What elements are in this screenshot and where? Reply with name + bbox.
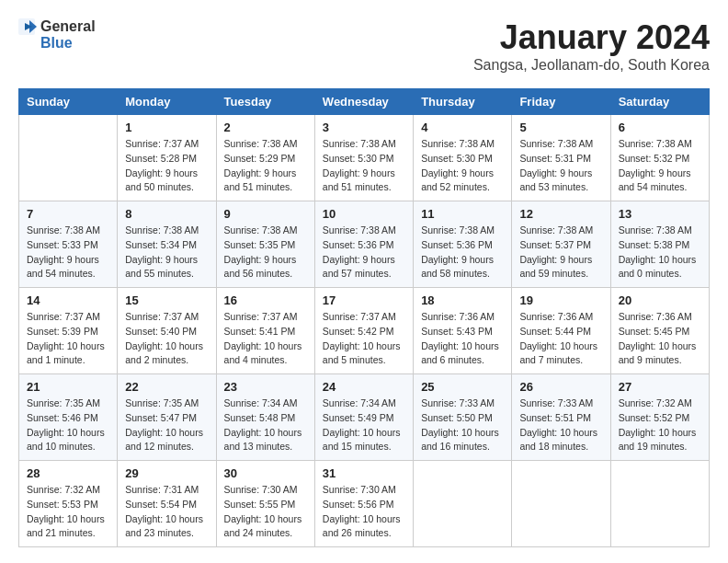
calendar-table: SundayMondayTuesdayWednesdayThursdayFrid… <box>18 88 710 547</box>
day-info: Sunrise: 7:37 AMSunset: 5:40 PMDaylight:… <box>125 310 208 368</box>
calendar-cell <box>512 461 610 547</box>
day-number: 11 <box>421 207 504 221</box>
day-number: 28 <box>27 466 109 480</box>
header-sunday: Sunday <box>19 89 118 115</box>
logo-graphic <box>18 18 39 35</box>
day-number: 3 <box>323 121 405 134</box>
day-info: Sunrise: 7:38 AMSunset: 5:35 PMDaylight:… <box>224 224 307 282</box>
calendar-cell: 24Sunrise: 7:34 AMSunset: 5:49 PMDayligh… <box>314 374 413 461</box>
calendar-cell: 6Sunrise: 7:38 AMSunset: 5:32 PMDaylight… <box>610 115 709 201</box>
day-number: 6 <box>619 121 701 134</box>
location-title: Sangsa, Jeollanam-do, South Korea <box>473 57 710 74</box>
calendar-cell: 2Sunrise: 7:38 AMSunset: 5:29 PMDaylight… <box>216 115 314 201</box>
calendar-cell: 4Sunrise: 7:38 AMSunset: 5:30 PMDaylight… <box>414 115 512 201</box>
calendar-week-row: 7Sunrise: 7:38 AMSunset: 5:33 PMDaylight… <box>19 201 710 288</box>
day-number: 17 <box>323 293 405 307</box>
day-number: 20 <box>619 293 701 307</box>
page-header: General Blue January 2024 Sangsa, Jeolla… <box>18 18 710 74</box>
day-number: 23 <box>224 380 307 394</box>
logo: General Blue <box>18 18 96 52</box>
day-number: 22 <box>125 380 208 394</box>
calendar-cell: 18Sunrise: 7:36 AMSunset: 5:43 PMDayligh… <box>414 288 512 374</box>
day-info: Sunrise: 7:38 AMSunset: 5:30 PMDaylight:… <box>421 137 504 195</box>
day-number: 18 <box>421 293 504 307</box>
calendar-cell: 28Sunrise: 7:32 AMSunset: 5:53 PMDayligh… <box>19 461 118 547</box>
header-thursday: Thursday <box>414 89 512 115</box>
day-number: 31 <box>323 466 405 480</box>
month-title: January 2024 <box>473 18 710 57</box>
day-info: Sunrise: 7:36 AMSunset: 5:43 PMDaylight:… <box>421 310 504 368</box>
calendar-cell: 23Sunrise: 7:34 AMSunset: 5:48 PMDayligh… <box>216 374 314 461</box>
calendar-cell: 26Sunrise: 7:33 AMSunset: 5:51 PMDayligh… <box>512 374 610 461</box>
day-info: Sunrise: 7:38 AMSunset: 5:30 PMDaylight:… <box>323 137 405 195</box>
header-friday: Friday <box>512 89 610 115</box>
day-number: 19 <box>519 293 602 307</box>
day-info: Sunrise: 7:38 AMSunset: 5:29 PMDaylight:… <box>224 137 307 195</box>
calendar-week-row: 28Sunrise: 7:32 AMSunset: 5:53 PMDayligh… <box>19 461 710 547</box>
calendar-cell: 11Sunrise: 7:38 AMSunset: 5:36 PMDayligh… <box>414 201 512 288</box>
day-number: 16 <box>224 293 307 307</box>
day-info: Sunrise: 7:33 AMSunset: 5:51 PMDaylight:… <box>519 396 602 454</box>
day-info: Sunrise: 7:35 AMSunset: 5:46 PMDaylight:… <box>27 396 109 454</box>
day-info: Sunrise: 7:34 AMSunset: 5:48 PMDaylight:… <box>224 396 307 454</box>
day-number: 7 <box>27 207 109 221</box>
calendar-cell <box>610 461 709 547</box>
header-saturday: Saturday <box>610 89 709 115</box>
day-number: 27 <box>619 380 701 394</box>
calendar-cell: 14Sunrise: 7:37 AMSunset: 5:39 PMDayligh… <box>19 288 118 374</box>
calendar-cell: 27Sunrise: 7:32 AMSunset: 5:52 PMDayligh… <box>610 374 709 461</box>
calendar-cell: 30Sunrise: 7:30 AMSunset: 5:55 PMDayligh… <box>216 461 314 547</box>
day-info: Sunrise: 7:36 AMSunset: 5:45 PMDaylight:… <box>619 310 701 368</box>
day-number: 29 <box>125 466 208 480</box>
day-info: Sunrise: 7:37 AMSunset: 5:39 PMDaylight:… <box>27 310 109 368</box>
day-number: 4 <box>421 121 504 134</box>
day-info: Sunrise: 7:31 AMSunset: 5:54 PMDaylight:… <box>125 483 208 541</box>
day-number: 30 <box>224 466 307 480</box>
calendar-cell: 17Sunrise: 7:37 AMSunset: 5:42 PMDayligh… <box>314 288 413 374</box>
calendar-cell: 8Sunrise: 7:38 AMSunset: 5:34 PMDaylight… <box>118 201 216 288</box>
calendar-cell: 13Sunrise: 7:38 AMSunset: 5:38 PMDayligh… <box>610 201 709 288</box>
day-info: Sunrise: 7:33 AMSunset: 5:50 PMDaylight:… <box>421 396 504 454</box>
logo-blue: Blue <box>40 35 96 52</box>
day-info: Sunrise: 7:38 AMSunset: 5:36 PMDaylight:… <box>323 224 405 282</box>
calendar-cell: 16Sunrise: 7:37 AMSunset: 5:41 PMDayligh… <box>216 288 314 374</box>
day-number: 14 <box>27 293 109 307</box>
calendar-cell: 21Sunrise: 7:35 AMSunset: 5:46 PMDayligh… <box>19 374 118 461</box>
day-info: Sunrise: 7:30 AMSunset: 5:56 PMDaylight:… <box>323 483 405 541</box>
day-number: 2 <box>224 121 307 134</box>
day-number: 26 <box>519 380 602 394</box>
calendar-cell: 1Sunrise: 7:37 AMSunset: 5:28 PMDaylight… <box>118 115 216 201</box>
calendar-cell: 25Sunrise: 7:33 AMSunset: 5:50 PMDayligh… <box>414 374 512 461</box>
logo-text: General Blue <box>18 18 96 52</box>
calendar-week-row: 21Sunrise: 7:35 AMSunset: 5:46 PMDayligh… <box>19 374 710 461</box>
calendar-cell: 31Sunrise: 7:30 AMSunset: 5:56 PMDayligh… <box>314 461 413 547</box>
header-monday: Monday <box>118 89 216 115</box>
day-info: Sunrise: 7:34 AMSunset: 5:49 PMDaylight:… <box>323 396 405 454</box>
logo-general: General <box>40 18 96 35</box>
day-number: 5 <box>519 121 602 134</box>
day-info: Sunrise: 7:38 AMSunset: 5:33 PMDaylight:… <box>27 224 109 282</box>
day-number: 25 <box>421 380 504 394</box>
day-info: Sunrise: 7:32 AMSunset: 5:52 PMDaylight:… <box>619 396 701 454</box>
day-number: 1 <box>125 121 208 134</box>
day-info: Sunrise: 7:38 AMSunset: 5:36 PMDaylight:… <box>421 224 504 282</box>
calendar-cell: 20Sunrise: 7:36 AMSunset: 5:45 PMDayligh… <box>610 288 709 374</box>
calendar-cell: 22Sunrise: 7:35 AMSunset: 5:47 PMDayligh… <box>118 374 216 461</box>
calendar-cell: 29Sunrise: 7:31 AMSunset: 5:54 PMDayligh… <box>118 461 216 547</box>
title-block: January 2024 Sangsa, Jeollanam-do, South… <box>473 18 710 74</box>
calendar-week-row: 14Sunrise: 7:37 AMSunset: 5:39 PMDayligh… <box>19 288 710 374</box>
day-number: 15 <box>125 293 208 307</box>
calendar-cell: 9Sunrise: 7:38 AMSunset: 5:35 PMDaylight… <box>216 201 314 288</box>
calendar-cell: 3Sunrise: 7:38 AMSunset: 5:30 PMDaylight… <box>314 115 413 201</box>
calendar-cell <box>414 461 512 547</box>
day-info: Sunrise: 7:35 AMSunset: 5:47 PMDaylight:… <box>125 396 208 454</box>
day-info: Sunrise: 7:37 AMSunset: 5:41 PMDaylight:… <box>224 310 307 368</box>
calendar-cell: 7Sunrise: 7:38 AMSunset: 5:33 PMDaylight… <box>19 201 118 288</box>
day-info: Sunrise: 7:38 AMSunset: 5:37 PMDaylight:… <box>519 224 602 282</box>
day-info: Sunrise: 7:30 AMSunset: 5:55 PMDaylight:… <box>224 483 307 541</box>
day-info: Sunrise: 7:36 AMSunset: 5:44 PMDaylight:… <box>519 310 602 368</box>
day-number: 21 <box>27 380 109 394</box>
calendar-cell: 12Sunrise: 7:38 AMSunset: 5:37 PMDayligh… <box>512 201 610 288</box>
calendar-cell <box>19 115 118 201</box>
day-number: 8 <box>125 207 208 221</box>
